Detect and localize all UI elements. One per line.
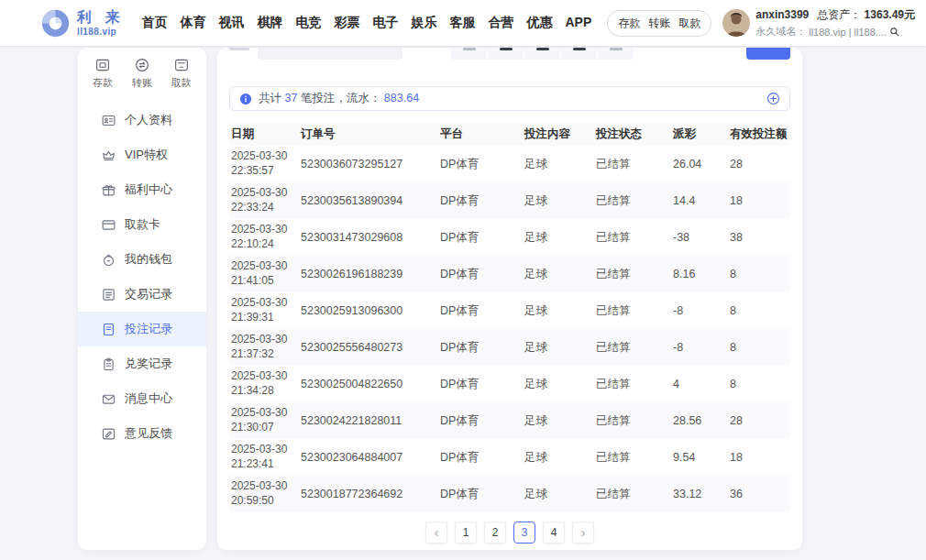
quick-action-transfer[interactable]: 转账: [123, 57, 162, 90]
cell-date: 2025-03-3021:30:07: [229, 406, 299, 435]
page-button-1[interactable]: 1: [455, 522, 477, 544]
sidebar-item-bets[interactable]: 投注记录: [78, 312, 206, 346]
filter-segment[interactable]: [561, 48, 597, 60]
wallet-pill-item[interactable]: 取款: [678, 16, 700, 31]
cell-status: 已结算: [594, 377, 671, 392]
cell-date: 2025-03-3021:34:28: [229, 369, 299, 399]
page-button-2[interactable]: 2: [484, 522, 506, 544]
cell-valid-amount: 38: [728, 231, 790, 244]
sidebar-item-transactions[interactable]: 交易记录: [78, 277, 206, 312]
sidebar-item-card[interactable]: 取款卡: [78, 207, 206, 242]
search-button[interactable]: [746, 48, 790, 60]
cell-valid-amount: 18: [728, 451, 790, 464]
sidebar-menu: 个人资料VIP特权福利中心取款卡我的钱包交易记录投注记录兑奖记录消息中心意见反馈: [78, 103, 206, 451]
card-icon: [101, 217, 116, 233]
sidebar-item-welfare[interactable]: 福利中心: [78, 172, 206, 207]
cell-valid-amount: 8: [728, 304, 790, 317]
summary-bar: 共计 37 笔投注，流水： 883.64: [229, 86, 790, 111]
cell-payout: -8: [671, 341, 728, 354]
quick-action-deposit[interactable]: 存款: [83, 57, 123, 90]
page-button-4[interactable]: 4: [543, 522, 565, 544]
bets-icon: [101, 322, 116, 337]
nav-item[interactable]: 棋牌: [250, 15, 289, 31]
cell-status: 已结算: [594, 157, 671, 172]
cell-valid-amount: 28: [728, 414, 790, 427]
cell-platform: DP体育: [438, 303, 523, 319]
nav-item[interactable]: 视讯: [212, 15, 250, 31]
sidebar-item-feedback[interactable]: 意见反馈: [78, 416, 206, 451]
magnifier-icon[interactable]: [889, 27, 899, 37]
cell-date: 2025-03-3021:41:05: [229, 259, 299, 289]
filter-segment[interactable]: [488, 48, 524, 60]
cell-order: 5230023064884007: [299, 451, 438, 464]
nav-item[interactable]: 优惠: [520, 15, 558, 31]
prev-page-button[interactable]: ‹: [425, 522, 447, 544]
cell-platform: DP体育: [438, 193, 523, 209]
cell-content: 足球: [523, 267, 594, 282]
sidebar-item-vip[interactable]: VIP特权: [78, 137, 206, 172]
domain-label: 永久域名：: [755, 25, 806, 38]
nav-item[interactable]: 体育: [173, 15, 212, 31]
filter-label: [229, 48, 249, 50]
wallet-pill: 存款转账取款: [607, 10, 711, 37]
table-row: 2025-03-3021:30:075230024221828011DP体育足球…: [229, 402, 790, 439]
nav-item[interactable]: 彩票: [327, 15, 366, 31]
sidebar-item-messages[interactable]: 消息中心: [78, 381, 206, 416]
transfer-icon: [134, 57, 150, 73]
profile-icon: [101, 113, 116, 128]
messages-icon: [101, 391, 116, 407]
cell-payout: -38: [671, 231, 728, 244]
nav-item[interactable]: APP: [558, 15, 598, 31]
nav-item[interactable]: 首页: [135, 15, 173, 31]
cell-order: 5230036073295127: [299, 158, 438, 170]
sidebar-item-prizes[interactable]: 兑奖记录: [78, 346, 206, 381]
column-header: 投注内容: [523, 126, 594, 142]
cell-platform: DP体育: [438, 157, 523, 172]
sidebar: 存款转账取款 个人资料VIP特权福利中心取款卡我的钱包交易记录投注记录兑奖记录消…: [78, 48, 206, 550]
avatar[interactable]: [722, 9, 750, 37]
info-icon: [239, 93, 252, 105]
nav-item[interactable]: 合营: [481, 15, 520, 31]
summary-text: 共计 37 笔投注，流水： 883.64: [259, 91, 419, 106]
table-header-row: 日期订单号平台投注内容投注状态派彩有效投注额: [229, 123, 790, 146]
quick-action-withdraw[interactable]: 取款: [161, 57, 201, 90]
cell-order: 5230024221828011: [299, 414, 438, 427]
cell-date: 2025-03-3021:37:32: [229, 333, 299, 362]
filter-segment[interactable]: [524, 48, 560, 60]
cell-date: 2025-03-3022:35:57: [229, 149, 299, 179]
cell-payout: 8.16: [671, 268, 728, 280]
cell-order: 5230025004822650: [299, 378, 438, 390]
cell-platform: DP体育: [438, 230, 523, 246]
cell-date: 2025-03-3021:23:41: [229, 443, 299, 472]
deposit-icon: [94, 57, 111, 73]
next-page-button[interactable]: ›: [572, 522, 594, 544]
filter-segment[interactable]: [451, 48, 487, 60]
date-range-input[interactable]: [258, 48, 402, 60]
wallet-icon: [101, 252, 116, 268]
cell-status: 已结算: [594, 267, 671, 282]
cell-valid-amount: 8: [728, 341, 790, 354]
wallet-pill-item[interactable]: 转账: [648, 16, 670, 31]
table-row: 2025-03-3021:41:055230026196188239DP体育足球…: [229, 256, 790, 292]
user-line1: anxin3399总资产： 1363.49元: [755, 7, 915, 23]
nav-item[interactable]: 客服: [443, 15, 481, 31]
column-header: 订单号: [299, 126, 438, 142]
nav-item[interactable]: 电子: [366, 15, 404, 31]
filter-segment[interactable]: [598, 48, 634, 60]
cell-date: 2025-03-3020:59:50: [229, 479, 299, 509]
logo[interactable]: 利 来 ll188.vip: [40, 8, 124, 38]
nav-item[interactable]: 娱乐: [404, 15, 443, 31]
column-header: 平台: [438, 126, 523, 142]
wallet-pill-item[interactable]: 存款: [618, 16, 640, 31]
nav-item[interactable]: 电竞: [289, 15, 327, 31]
main-card: 共计 37 笔投注，流水： 883.64 日期订单号平台投注内容投注状态派彩有效…: [217, 48, 802, 550]
vip-icon: [101, 148, 116, 163]
page-button-3[interactable]: 3: [513, 522, 535, 544]
cell-order: 5230026196188239: [299, 268, 438, 280]
sidebar-item-wallet[interactable]: 我的钱包: [78, 242, 206, 277]
withdraw-icon: [173, 57, 190, 73]
sidebar-item-profile[interactable]: 个人资料: [78, 103, 206, 137]
table-row: 2025-03-3022:10:245230031473029608DP体育足球…: [229, 219, 790, 256]
transactions-icon: [101, 287, 116, 302]
circle-plus-icon[interactable]: [766, 92, 780, 105]
